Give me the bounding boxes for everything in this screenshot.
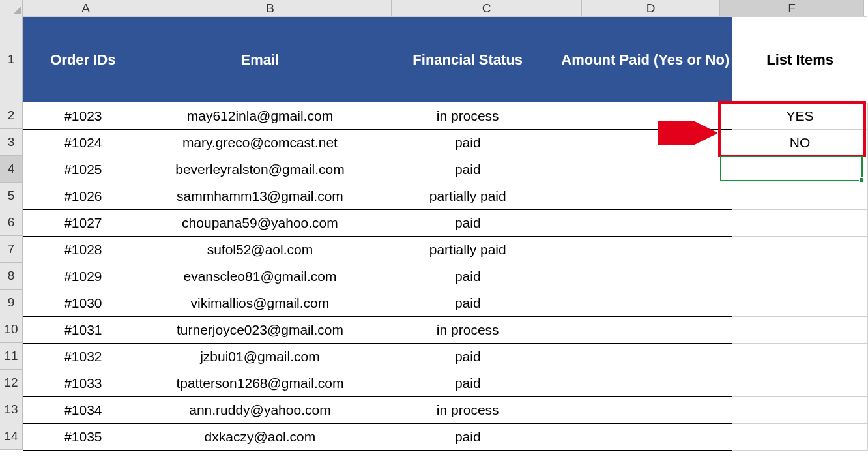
cell-order[interactable]: #1027 xyxy=(23,210,143,237)
col-header-C[interactable]: C xyxy=(392,0,582,16)
cell-status[interactable]: paid xyxy=(377,370,558,397)
cell-list[interactable] xyxy=(732,183,868,210)
header-financial-status[interactable]: Financial Status xyxy=(377,17,558,103)
row-header-2[interactable]: 2 xyxy=(0,102,23,129)
col-header-A[interactable]: A xyxy=(23,0,149,16)
cell-order[interactable]: #1024 xyxy=(23,130,143,156)
header-amount-paid[interactable]: Amount Paid (Yes or No) xyxy=(558,17,732,103)
cell-order[interactable]: #1030 xyxy=(23,290,143,317)
col-header-F[interactable]: F xyxy=(720,0,864,16)
cell-order[interactable]: #1033 xyxy=(23,370,143,397)
cell-status[interactable]: partially paid xyxy=(377,237,558,263)
cell-order[interactable]: #1032 xyxy=(23,344,143,370)
cell-email[interactable]: sufol52@aol.com xyxy=(143,237,377,263)
cell-order[interactable]: #1034 xyxy=(23,397,143,424)
svg-marker-0 xyxy=(13,7,21,14)
table-row: #1026sammhamm13@gmail.compartially paid xyxy=(23,183,868,210)
row-header-3[interactable]: 3 xyxy=(0,129,23,156)
row-header-14[interactable]: 14 xyxy=(0,423,23,450)
cell-email[interactable]: mary.greco@comcast.net xyxy=(143,130,377,156)
cell-status[interactable]: in process xyxy=(377,103,558,130)
row-header-10[interactable]: 10 xyxy=(0,316,23,343)
cell-email[interactable]: turnerjoyce023@gmail.com xyxy=(143,317,377,344)
row-header-6[interactable]: 6 xyxy=(0,209,23,236)
header-email[interactable]: Email xyxy=(143,17,377,103)
table-row: #1027choupana59@yahoo.compaid xyxy=(23,210,868,237)
table-row: #1025beverleyralston@gmail.compaid xyxy=(23,156,868,183)
cell-paid[interactable] xyxy=(558,156,732,183)
cell-paid[interactable] xyxy=(558,103,732,130)
row-header-1[interactable]: 1 xyxy=(0,16,23,102)
cell-order[interactable]: #1029 xyxy=(23,263,143,290)
select-all-corner[interactable] xyxy=(0,0,23,16)
cell-status[interactable]: paid xyxy=(377,130,558,156)
cell-paid[interactable] xyxy=(558,210,732,237)
cell-order[interactable]: #1023 xyxy=(23,103,143,130)
cell-status[interactable]: in process xyxy=(377,317,558,344)
col-header-D[interactable]: D xyxy=(582,0,720,16)
table-row: #1035dxkaczy@aol.compaid xyxy=(23,424,868,451)
cell-order[interactable]: #1026 xyxy=(23,183,143,210)
cell-paid[interactable] xyxy=(558,130,732,156)
cell-list[interactable]: YES xyxy=(732,103,868,130)
row-header-4[interactable]: 4 xyxy=(0,156,23,183)
cell-status[interactable]: paid xyxy=(377,210,558,237)
cell-status[interactable]: paid xyxy=(377,424,558,451)
header-list-items[interactable]: List Items xyxy=(732,17,868,103)
cell-list[interactable]: NO xyxy=(732,130,868,156)
cell-email[interactable]: evanscleo81@gmail.com xyxy=(143,263,377,290)
cell-list[interactable] xyxy=(732,237,868,263)
cell-status[interactable]: paid xyxy=(377,156,558,183)
cell-paid[interactable] xyxy=(558,237,732,263)
cell-list[interactable] xyxy=(732,424,868,451)
cell-status[interactable]: in process xyxy=(377,397,558,424)
cell-paid[interactable] xyxy=(558,263,732,290)
cell-status[interactable]: paid xyxy=(377,290,558,317)
data-grid: Order IDs Email Financial Status Amount … xyxy=(23,16,868,451)
row-header-5[interactable]: 5 xyxy=(0,183,23,209)
cell-list[interactable] xyxy=(732,290,868,317)
cell-email[interactable]: sammhamm13@gmail.com xyxy=(143,183,377,210)
cell-email[interactable]: tpatterson1268@gmail.com xyxy=(143,370,377,397)
table-row: #1029evanscleo81@gmail.compaid xyxy=(23,263,868,290)
row-headers: 1234567891011121314 xyxy=(0,16,23,450)
cell-order[interactable]: #1031 xyxy=(23,317,143,344)
row-header-12[interactable]: 12 xyxy=(0,370,23,396)
cell-paid[interactable] xyxy=(558,424,732,451)
cell-list[interactable] xyxy=(732,344,868,370)
row-header-9[interactable]: 9 xyxy=(0,290,23,316)
cell-email[interactable]: choupana59@yahoo.com xyxy=(143,210,377,237)
row-header-7[interactable]: 7 xyxy=(0,236,23,263)
row-header-13[interactable]: 13 xyxy=(0,396,23,423)
cell-paid[interactable] xyxy=(558,344,732,370)
table-row: #1031turnerjoyce023@gmail.comin process xyxy=(23,317,868,344)
cell-email[interactable]: dxkaczy@aol.com xyxy=(143,424,377,451)
row-header-8[interactable]: 8 xyxy=(0,263,23,290)
cell-paid[interactable] xyxy=(558,370,732,397)
cell-paid[interactable] xyxy=(558,317,732,344)
cell-email[interactable]: may612inla@gmail.com xyxy=(143,103,377,130)
cell-list[interactable] xyxy=(732,263,868,290)
cell-list[interactable] xyxy=(732,156,868,183)
cell-paid[interactable] xyxy=(558,183,732,210)
cell-order[interactable]: #1028 xyxy=(23,237,143,263)
cell-paid[interactable] xyxy=(558,290,732,317)
cell-email[interactable]: vikimallios@gmail.com xyxy=(143,290,377,317)
cell-list[interactable] xyxy=(732,370,868,397)
cell-status[interactable]: paid xyxy=(377,263,558,290)
cell-email[interactable]: beverleyralston@gmail.com xyxy=(143,156,377,183)
cell-order[interactable]: #1035 xyxy=(23,424,143,451)
cell-order[interactable]: #1025 xyxy=(23,156,143,183)
row-header-11[interactable]: 11 xyxy=(0,343,23,370)
table-row: #1030vikimallios@gmail.compaid xyxy=(23,290,868,317)
cell-status[interactable]: paid xyxy=(377,344,558,370)
col-header-B[interactable]: B xyxy=(149,0,392,16)
cell-paid[interactable] xyxy=(558,397,732,424)
cell-list[interactable] xyxy=(732,397,868,424)
header-order-ids[interactable]: Order IDs xyxy=(23,17,143,103)
cell-email[interactable]: ann.ruddy@yahoo.com xyxy=(143,397,377,424)
cell-list[interactable] xyxy=(732,210,868,237)
cell-email[interactable]: jzbui01@gmail.com xyxy=(143,344,377,370)
cell-status[interactable]: partially paid xyxy=(377,183,558,210)
cell-list[interactable] xyxy=(732,317,868,344)
